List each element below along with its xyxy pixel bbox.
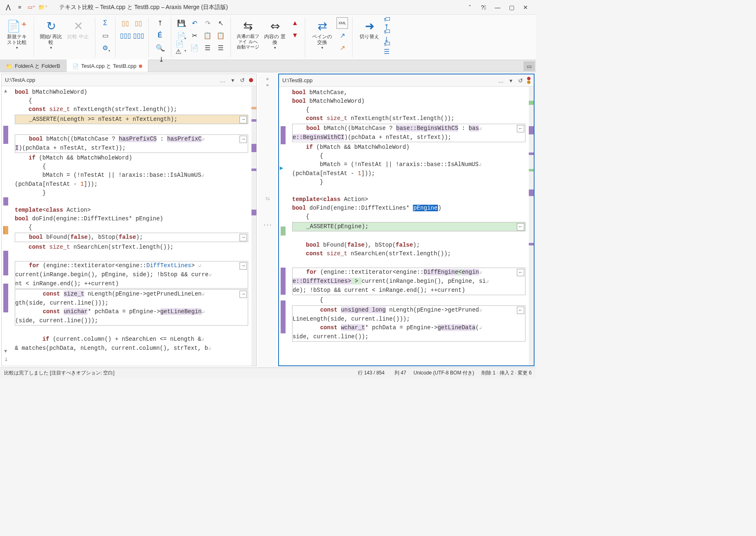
tag-bottom-icon[interactable]: 🏷⤓ <box>384 30 395 41</box>
diff-block-changed: ← bool bMatch((bMatchCase ? base::Begins… <box>292 124 526 142</box>
tab-text-compare[interactable]: 📄 TestA.cpp と TestB.cpp <box>67 60 148 72</box>
merge-right-button[interactable]: → <box>240 234 247 241</box>
panel-layout-icon[interactable]: ▭ <box>523 61 535 71</box>
export-blue-icon[interactable]: ↗ <box>337 30 348 41</box>
merge-right-button[interactable]: → <box>240 291 247 298</box>
encoding-label: Unicode (UTF-8 BOM 付き) <box>414 370 474 377</box>
left-pane: U:\TestA.cpp … ▾ ↺ ▲ ▼ ⤓ <box>1 74 257 366</box>
three-pane-blue-icon[interactable]: ▯▯▯ <box>133 30 144 41</box>
tab-label: FolderA と FolderB <box>15 62 60 70</box>
merge-left-button[interactable]: ← <box>517 223 524 231</box>
two-pane-orange-icon[interactable]: ▯▯ <box>133 17 144 29</box>
export-orange-icon[interactable]: ↗ <box>337 42 348 53</box>
merge-left-button[interactable]: ← <box>517 125 524 132</box>
merge-left-button[interactable]: ← <box>517 269 524 276</box>
stop-compare-button: ✕比較 中止 <box>65 17 91 51</box>
diff-linker: ● ● ⋯ ⇆ <box>258 72 277 367</box>
cursor-icon[interactable]: ↖ <box>215 17 226 29</box>
collapse-ribbon-icon[interactable]: ˄ <box>463 2 477 13</box>
new-doc-icon[interactable]: ▭⁺ <box>26 2 36 12</box>
xml-icon[interactable]: XML <box>337 17 348 29</box>
sigma-icon[interactable]: Σ <box>99 17 111 29</box>
right-pane: U:\TestB.cpp … ▾ ↺ ▶ <box>278 74 535 366</box>
history-icon[interactable]: ↺ <box>238 77 247 83</box>
diff-block-added: ← _ASSERTE(pEngine); <box>292 222 526 231</box>
down-red-icon[interactable]: ▼ <box>289 30 301 41</box>
new-text-compare-button[interactable]: 📄⁺新規テキ スト比較▾ <box>4 17 30 51</box>
merge-left-button[interactable]: ← <box>517 307 524 314</box>
two-pane-icon[interactable]: ▯▯ <box>120 17 131 29</box>
list-icon[interactable]: ☰ <box>202 42 213 53</box>
window-title: テキスト比較 – TestA.cpp と TestB.cpp – Araxis … <box>59 4 228 11</box>
status-dot-red-icon <box>527 77 530 80</box>
swap-panes-button[interactable]: ⇄ペインの 交換▾ <box>309 17 335 53</box>
automerge-button[interactable]: ⇆共通の親ファイ ルへ自動マージ <box>235 17 260 51</box>
minimize-icon[interactable]: — <box>491 2 505 13</box>
dropdown-icon[interactable]: ▾ <box>508 77 514 84</box>
status-dot-orange-icon <box>527 81 530 84</box>
left-code-view[interactable]: ▲ ▼ ⤓ bool bMatchWholeWord) { const size… <box>2 86 256 366</box>
tag-list-icon[interactable]: 🏷☰ <box>384 42 395 53</box>
save-icon[interactable]: 💾 <box>175 17 187 29</box>
e-accent-icon[interactable]: É <box>154 30 166 41</box>
diff-block-context: → bool bFound(false), bStop(false); <box>15 233 248 242</box>
right-file-path[interactable]: U:\TestB.cpp <box>282 77 494 83</box>
tab-strip: 📁 FolderA と FolderB 📄 TestA.cpp と TestB.… <box>0 60 536 72</box>
redo-icon[interactable]: ↷ <box>202 17 213 29</box>
app-logo-icon <box>3 2 13 12</box>
merge-right-button[interactable]: → <box>240 136 247 143</box>
paste-icon[interactable]: 📋 <box>215 30 226 41</box>
up-red-icon[interactable]: ▲ <box>289 17 301 29</box>
title-bar: ≡ ▭⁺ 📁⁺ テキスト比較 – TestA.cpp と TestB.cpp –… <box>0 0 536 15</box>
status-message: 比較は完了しました [注目すべきオプション: 空白] <box>4 370 115 377</box>
new-folder-icon[interactable]: 📁⁺ <box>38 2 48 12</box>
dropdown-icon[interactable]: ▾ <box>230 77 236 83</box>
search-icon[interactable]: 🔍 <box>154 42 166 53</box>
left-scroll-overview[interactable] <box>251 86 256 366</box>
maximize-icon[interactable]: ▢ <box>505 2 519 13</box>
bottom-section-icon[interactable]: ⤓ <box>155 53 167 65</box>
status-dot-icon <box>249 78 253 82</box>
switch-button[interactable]: ➜切り替え <box>357 17 382 53</box>
cursor-position: 行 143 / 854 列 47 <box>358 370 406 377</box>
top-section-icon[interactable]: ⤒ <box>154 17 166 29</box>
ribbon-toolbar: 📄⁺新規テキ スト比較▾ ↻開始/ 再比較▾ ✕比較 中止 Σ ▭ ⚙ ▯▯ ▯… <box>0 15 536 60</box>
blank-doc-icon[interactable]: ▭ <box>99 30 111 41</box>
tag-top-icon[interactable]: 🏷⤒ <box>384 17 395 29</box>
doc-blue-icon[interactable]: 📄 <box>189 42 200 53</box>
document-icon: 📄 <box>72 63 79 69</box>
cut-icon[interactable]: ✂ <box>189 30 200 41</box>
folder-icon: 📁 <box>6 63 12 69</box>
copy-icon[interactable]: 📄 <box>175 30 187 41</box>
merge-right-button[interactable]: → <box>240 116 247 123</box>
merge-right-button[interactable]: → <box>240 262 247 270</box>
three-pane-icon[interactable]: ▯▯▯ <box>120 30 131 41</box>
gear-icon[interactable]: ⚙ <box>99 42 111 53</box>
diff-block-removed: → _ASSERTE(nLength >= nTestAt + nTextLen… <box>15 115 248 124</box>
start-compare-button[interactable]: ↻開始/ 再比較▾ <box>38 17 64 51</box>
undo-icon[interactable]: ↶ <box>189 17 200 29</box>
status-bar: 比較は完了しました [注目すべきオプション: 空白] 行 143 / 854 列… <box>0 367 536 378</box>
right-scroll-overview[interactable] <box>529 87 534 365</box>
more-icon[interactable]: … <box>218 77 227 83</box>
diff-block-changed: → for (engine::textiterator<engine::Diff… <box>15 261 248 289</box>
help-icon[interactable]: ?⃝ <box>477 2 491 13</box>
numbered-list-icon[interactable]: ☰ <box>215 42 226 53</box>
clipboard-icon[interactable]: 📋 <box>202 30 213 41</box>
doc-warn-icon[interactable]: 📄⚠ <box>175 42 187 53</box>
diff-block-changed: → const size_t nLength(pEngine->getPrune… <box>15 289 248 326</box>
left-pane-header: U:\TestA.cpp … ▾ ↺ <box>2 74 256 86</box>
modified-dot-icon <box>139 65 142 68</box>
more-icon[interactable]: … <box>496 77 505 84</box>
right-code-view[interactable]: ▶ bool bMatchCase,bool bMatchWholeWord) … <box>279 87 534 365</box>
left-file-path[interactable]: U:\TestA.cpp <box>5 77 216 83</box>
tab-folder-compare[interactable]: 📁 FolderA と FolderB <box>0 60 67 72</box>
diff-block-changed: ← for (engine::textiterator<engine::Diff… <box>292 268 526 295</box>
diff-block-changed: → bool bMatch((bMatchCase ? hasPrefixCS … <box>15 134 248 153</box>
history-icon[interactable]: ↺ <box>516 77 525 84</box>
hamburger-icon[interactable]: ≡ <box>15 2 25 12</box>
linker-ellipsis-icon[interactable]: ⋯ <box>263 219 272 230</box>
tab-label: TestA.cpp と TestB.cpp <box>81 62 136 70</box>
replace-content-button[interactable]: ⇔内容の 置換▾ <box>262 17 288 51</box>
close-icon[interactable]: ✕ <box>519 2 532 13</box>
